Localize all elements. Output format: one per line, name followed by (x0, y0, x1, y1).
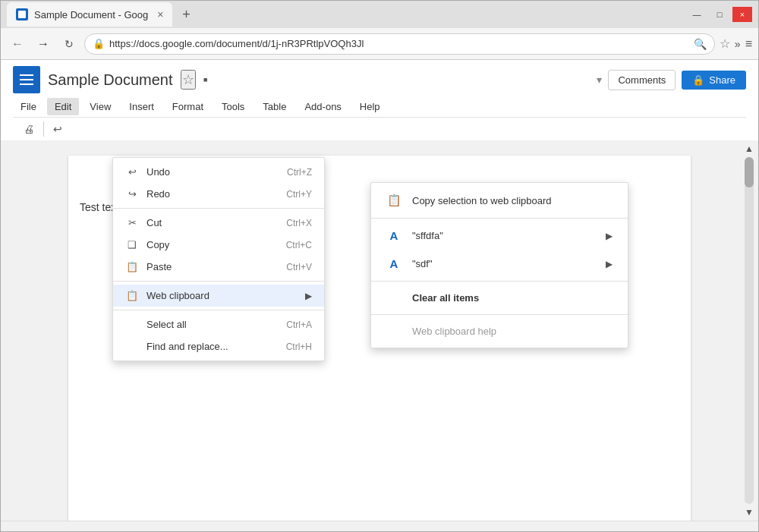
webcb-divider-3 (371, 314, 628, 315)
extensions-button[interactable]: » (735, 38, 741, 50)
webcb-help[interactable]: Web clipboard help (371, 318, 628, 345)
new-tab-button[interactable]: + (175, 4, 197, 25)
back-button[interactable]: ← (7, 33, 28, 55)
undo-label: Undo (146, 166, 170, 178)
tab-favicon (16, 8, 28, 20)
share-button[interactable]: 🔒 Share (682, 71, 746, 90)
webcb-copy-selection[interactable]: 📋 Copy selection to web clipboard (371, 186, 628, 215)
scrollbar-thumb[interactable] (745, 157, 754, 187)
webcb-help-label: Web clipboard help (412, 326, 496, 337)
redo-icon: ↪ (125, 188, 139, 200)
maximize-button[interactable]: □ (710, 7, 729, 22)
share-label: Share (709, 74, 735, 86)
scrollbar-track[interactable] (745, 157, 754, 504)
menu-item-file[interactable]: File (13, 98, 44, 115)
doc-star-button[interactable]: ☆ (181, 70, 196, 90)
edit-menu-cut[interactable]: ✂ Cut Ctrl+X (113, 212, 324, 234)
hamburger-icon (20, 74, 33, 85)
toolbar: 🖨 ↩ (13, 117, 746, 140)
edit-menu-redo[interactable]: ↪ Redo Ctrl+Y (113, 183, 324, 205)
webcb-item-sdf[interactable]: A "sdf" ▶ (371, 250, 628, 278)
menu-item-help[interactable]: Help (352, 98, 388, 115)
webcb-clearall-label: Clear all items (412, 292, 479, 304)
edit-menu-webcb[interactable]: 📋 Web clipboard ▶ (113, 285, 324, 307)
tab-close-button[interactable]: × (157, 8, 163, 20)
webcb-copy-label: Copy selection to web clipboard (412, 195, 552, 206)
webcb-item-sffdfa[interactable]: A "sffdfa" ▶ (371, 222, 628, 250)
url-bar[interactable]: 🔒 https://docs.google.com/document/d/1j-… (84, 33, 715, 55)
edit-menu-copy[interactable]: ❑ Copy Ctrl+C (113, 234, 324, 256)
webcb-submenu: 📋 Copy selection to web clipboard A "sff… (370, 182, 628, 348)
paste-shortcut: Ctrl+V (286, 262, 312, 272)
webcb-arrow-icon: ▶ (305, 291, 312, 301)
undo-icon: ↩ (125, 166, 139, 178)
webcb-sdf-arrow-icon: ▶ (606, 259, 613, 269)
webcb-label: Web clipboard (146, 290, 209, 301)
ssl-icon: 🔒 (93, 38, 105, 49)
menu-item-insert[interactable]: Insert (121, 98, 162, 115)
edit-menu-findreplace[interactable]: Find and replace... Ctrl+H (113, 335, 324, 357)
selectall-shortcut: Ctrl+A (286, 320, 312, 330)
doc-area: Sample Document ☆ ▪ ▾ Comments 🔒 Share F… (1, 60, 758, 531)
doc-menu-icon[interactable] (13, 66, 40, 93)
menu-item-edit[interactable]: Edit (47, 98, 79, 115)
edit-menu-selectall[interactable]: Select all Ctrl+A (113, 313, 324, 335)
bookmark-button[interactable]: ☆ (720, 36, 730, 51)
paste-icon: 📋 (125, 261, 139, 272)
close-button[interactable]: × (732, 7, 752, 22)
findreplace-shortcut: Ctrl+H (286, 342, 312, 352)
scroll-down-button[interactable]: ▼ (745, 507, 754, 518)
webcb-sffdfa-label: "sffdfa" (412, 230, 443, 241)
paste-label: Paste (146, 261, 172, 272)
doc-folder-icon: ▪ (203, 72, 208, 88)
menu-item-format[interactable]: Format (165, 98, 211, 115)
edit-divider-2 (113, 281, 324, 282)
right-panel: ▲ ▼ (740, 140, 758, 521)
doc-title-row: Sample Document ☆ ▪ ▾ Comments 🔒 Share (13, 66, 746, 93)
chrome-menu-button[interactable]: ≡ (745, 37, 752, 51)
copy-label: Copy (146, 239, 169, 250)
menu-item-view[interactable]: View (82, 98, 118, 115)
title-bar: Sample Document - Goog × + — □ × (1, 1, 758, 28)
doc-collapse-button[interactable]: ▾ (597, 74, 602, 86)
edit-divider-3 (113, 310, 324, 310)
webcb-clearall[interactable]: Clear all items (371, 285, 628, 311)
url-text: https://docs.google.com/document/d/1j-nR… (109, 38, 364, 49)
toolbar-divider (43, 121, 44, 137)
bottom-scrollbar[interactable] (1, 521, 758, 531)
selectall-label: Select all (146, 319, 187, 330)
browser-tab[interactable]: Sample Document - Goog × (7, 2, 172, 27)
address-bar: ← → ↻ 🔒 https://docs.google.com/document… (1, 28, 758, 60)
scroll-up-button[interactable]: ▲ (745, 143, 754, 154)
refresh-button[interactable]: ↻ (58, 33, 80, 55)
undo-button[interactable]: ↩ (49, 121, 67, 137)
webcb-sdf-label: "sdf" (412, 258, 433, 269)
doc-header: Sample Document ☆ ▪ ▾ Comments 🔒 Share F… (1, 60, 758, 140)
edit-divider-1 (113, 208, 324, 209)
edit-menu-paste[interactable]: 📋 Paste Ctrl+V (113, 256, 324, 278)
forward-button[interactable]: → (33, 33, 54, 55)
redo-shortcut: Ctrl+Y (286, 189, 312, 200)
menu-item-addons[interactable]: Add-ons (297, 98, 348, 115)
webcb-icon: 📋 (125, 290, 139, 301)
edit-dropdown-menu: ↩ Undo Ctrl+Z ↪ Redo Ctrl+Y ✂ Cut Ctrl+X… (112, 157, 325, 361)
webcb-divider-1 (371, 218, 628, 219)
redo-label: Redo (146, 188, 170, 200)
edit-menu-undo[interactable]: ↩ Undo Ctrl+Z (113, 161, 324, 183)
menu-bar: File Edit View Insert Format Tools Table… (13, 96, 746, 117)
copy-icon: ❑ (125, 239, 139, 250)
webcb-sffdfa-arrow-icon: ▶ (606, 231, 613, 241)
copy-shortcut: Ctrl+C (286, 240, 312, 250)
browser-window: Sample Document - Goog × + — □ × ← → ↻ 🔒… (0, 0, 759, 532)
cut-icon: ✂ (125, 217, 139, 228)
url-search-button[interactable]: 🔍 (694, 38, 707, 50)
menu-item-tools[interactable]: Tools (214, 98, 252, 115)
webcb-sffdfa-icon: A (386, 229, 402, 242)
webcb-copy-icon: 📋 (386, 194, 402, 207)
cut-label: Cut (146, 217, 162, 228)
minimize-button[interactable]: — (687, 7, 707, 22)
menu-item-table[interactable]: Table (255, 98, 294, 115)
print-button[interactable]: 🖨 (19, 121, 39, 137)
comments-button[interactable]: Comments (608, 70, 676, 90)
cut-shortcut: Ctrl+X (286, 218, 312, 228)
